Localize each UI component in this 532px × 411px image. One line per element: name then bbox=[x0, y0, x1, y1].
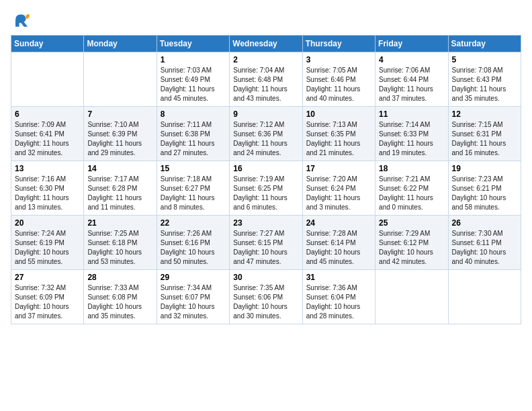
day-of-week-header: Thursday bbox=[302, 36, 375, 52]
day-number: 23 bbox=[233, 218, 298, 228]
day-info: Sunrise: 7:19 AM Sunset: 6:25 PM Dayligh… bbox=[233, 175, 298, 212]
calendar-cell: 31Sunrise: 7:36 AM Sunset: 6:04 PM Dayli… bbox=[302, 270, 375, 324]
day-number: 30 bbox=[233, 273, 298, 282]
calendar-cell: 9Sunrise: 7:12 AM Sunset: 6:36 PM Daylig… bbox=[230, 107, 302, 161]
day-number: 21 bbox=[87, 218, 152, 228]
calendar-cell: 24Sunrise: 7:28 AM Sunset: 6:14 PM Dayli… bbox=[302, 216, 375, 270]
day-number: 24 bbox=[306, 218, 371, 228]
day-info: Sunrise: 7:05 AM Sunset: 6:46 PM Dayligh… bbox=[306, 66, 371, 103]
day-info: Sunrise: 7:35 AM Sunset: 6:06 PM Dayligh… bbox=[233, 283, 298, 321]
day-number: 4 bbox=[379, 55, 444, 64]
day-info: Sunrise: 7:21 AM Sunset: 6:22 PM Dayligh… bbox=[379, 175, 444, 212]
day-number: 12 bbox=[452, 109, 517, 119]
day-number: 13 bbox=[15, 164, 80, 173]
calendar-cell: 6Sunrise: 7:09 AM Sunset: 6:41 PM Daylig… bbox=[11, 107, 84, 161]
day-number: 31 bbox=[306, 273, 371, 282]
day-info: Sunrise: 7:03 AM Sunset: 6:49 PM Dayligh… bbox=[161, 66, 226, 103]
day-info: Sunrise: 7:27 AM Sunset: 6:15 PM Dayligh… bbox=[233, 229, 298, 267]
calendar-cell bbox=[11, 52, 84, 107]
calendar-cell: 12Sunrise: 7:15 AM Sunset: 6:31 PM Dayli… bbox=[448, 107, 521, 161]
day-of-week-header: Saturday bbox=[448, 36, 521, 52]
day-number: 14 bbox=[87, 164, 152, 173]
day-info: Sunrise: 7:15 AM Sunset: 6:31 PM Dayligh… bbox=[452, 120, 517, 158]
day-info: Sunrise: 7:13 AM Sunset: 6:35 PM Dayligh… bbox=[306, 120, 371, 158]
calendar-cell: 1Sunrise: 7:03 AM Sunset: 6:49 PM Daylig… bbox=[157, 52, 229, 107]
day-number: 8 bbox=[161, 109, 226, 119]
day-number: 1 bbox=[161, 55, 226, 64]
day-info: Sunrise: 7:24 AM Sunset: 6:19 PM Dayligh… bbox=[15, 229, 80, 267]
day-number: 27 bbox=[15, 273, 80, 282]
calendar-cell bbox=[84, 52, 157, 107]
day-number: 25 bbox=[379, 218, 444, 228]
day-info: Sunrise: 7:12 AM Sunset: 6:36 PM Dayligh… bbox=[233, 120, 298, 158]
calendar-cell bbox=[375, 270, 448, 324]
day-info: Sunrise: 7:18 AM Sunset: 6:27 PM Dayligh… bbox=[161, 175, 226, 212]
day-info: Sunrise: 7:14 AM Sunset: 6:33 PM Dayligh… bbox=[379, 120, 444, 158]
calendar-week-row: 13Sunrise: 7:16 AM Sunset: 6:30 PM Dayli… bbox=[11, 161, 521, 216]
day-info: Sunrise: 7:33 AM Sunset: 6:08 PM Dayligh… bbox=[87, 283, 152, 321]
day-number: 20 bbox=[15, 218, 80, 228]
day-number: 11 bbox=[379, 109, 444, 119]
calendar-cell: 11Sunrise: 7:14 AM Sunset: 6:33 PM Dayli… bbox=[375, 107, 448, 161]
calendar-cell: 4Sunrise: 7:06 AM Sunset: 6:44 PM Daylig… bbox=[375, 52, 448, 107]
day-info: Sunrise: 7:26 AM Sunset: 6:16 PM Dayligh… bbox=[161, 229, 226, 267]
calendar-cell: 28Sunrise: 7:33 AM Sunset: 6:08 PM Dayli… bbox=[84, 270, 157, 324]
logo-icon bbox=[11, 11, 30, 30]
day-of-week-header: Monday bbox=[84, 36, 157, 52]
day-number: 16 bbox=[233, 164, 298, 173]
calendar-cell: 8Sunrise: 7:11 AM Sunset: 6:38 PM Daylig… bbox=[157, 107, 229, 161]
calendar-cell: 30Sunrise: 7:35 AM Sunset: 6:06 PM Dayli… bbox=[230, 270, 302, 324]
calendar-cell: 18Sunrise: 7:21 AM Sunset: 6:22 PM Dayli… bbox=[375, 161, 448, 216]
calendar-table: SundayMondayTuesdayWednesdayThursdayFrid… bbox=[11, 35, 521, 324]
day-of-week-header: Tuesday bbox=[157, 36, 229, 52]
day-number: 28 bbox=[87, 273, 152, 282]
calendar-cell bbox=[448, 270, 521, 324]
day-number: 2 bbox=[233, 55, 298, 64]
calendar-cell: 10Sunrise: 7:13 AM Sunset: 6:35 PM Dayli… bbox=[302, 107, 375, 161]
day-of-week-header: Sunday bbox=[11, 36, 84, 52]
calendar-cell: 20Sunrise: 7:24 AM Sunset: 6:19 PM Dayli… bbox=[11, 216, 84, 270]
day-number: 26 bbox=[452, 218, 517, 228]
day-info: Sunrise: 7:06 AM Sunset: 6:44 PM Dayligh… bbox=[379, 66, 444, 103]
calendar-week-row: 27Sunrise: 7:32 AM Sunset: 6:09 PM Dayli… bbox=[11, 270, 521, 324]
day-number: 22 bbox=[161, 218, 226, 228]
day-info: Sunrise: 7:29 AM Sunset: 6:12 PM Dayligh… bbox=[379, 229, 444, 267]
day-number: 17 bbox=[306, 164, 371, 173]
day-info: Sunrise: 7:25 AM Sunset: 6:18 PM Dayligh… bbox=[87, 229, 152, 267]
day-number: 6 bbox=[15, 109, 80, 119]
day-info: Sunrise: 7:20 AM Sunset: 6:24 PM Dayligh… bbox=[306, 175, 371, 212]
calendar-week-row: 6Sunrise: 7:09 AM Sunset: 6:41 PM Daylig… bbox=[11, 107, 521, 161]
calendar-cell: 26Sunrise: 7:30 AM Sunset: 6:11 PM Dayli… bbox=[448, 216, 521, 270]
calendar-cell: 25Sunrise: 7:29 AM Sunset: 6:12 PM Dayli… bbox=[375, 216, 448, 270]
calendar-cell: 15Sunrise: 7:18 AM Sunset: 6:27 PM Dayli… bbox=[157, 161, 229, 216]
day-number: 5 bbox=[452, 55, 517, 64]
calendar-cell: 2Sunrise: 7:04 AM Sunset: 6:48 PM Daylig… bbox=[230, 52, 302, 107]
calendar-week-row: 20Sunrise: 7:24 AM Sunset: 6:19 PM Dayli… bbox=[11, 216, 521, 270]
day-number: 10 bbox=[306, 109, 371, 119]
calendar-cell: 22Sunrise: 7:26 AM Sunset: 6:16 PM Dayli… bbox=[157, 216, 229, 270]
day-of-week-header: Friday bbox=[375, 36, 448, 52]
day-info: Sunrise: 7:36 AM Sunset: 6:04 PM Dayligh… bbox=[306, 283, 371, 321]
logo bbox=[11, 11, 32, 30]
calendar-cell: 13Sunrise: 7:16 AM Sunset: 6:30 PM Dayli… bbox=[11, 161, 84, 216]
day-info: Sunrise: 7:23 AM Sunset: 6:21 PM Dayligh… bbox=[452, 175, 517, 212]
day-number: 3 bbox=[306, 55, 371, 64]
day-of-week-header: Wednesday bbox=[230, 36, 302, 52]
calendar-cell: 23Sunrise: 7:27 AM Sunset: 6:15 PM Dayli… bbox=[230, 216, 302, 270]
calendar-cell: 7Sunrise: 7:10 AM Sunset: 6:39 PM Daylig… bbox=[84, 107, 157, 161]
calendar-week-row: 1Sunrise: 7:03 AM Sunset: 6:49 PM Daylig… bbox=[11, 52, 521, 107]
day-info: Sunrise: 7:16 AM Sunset: 6:30 PM Dayligh… bbox=[15, 175, 80, 212]
calendar-cell: 14Sunrise: 7:17 AM Sunset: 6:28 PM Dayli… bbox=[84, 161, 157, 216]
calendar-cell: 16Sunrise: 7:19 AM Sunset: 6:25 PM Dayli… bbox=[230, 161, 302, 216]
day-number: 18 bbox=[379, 164, 444, 173]
day-info: Sunrise: 7:17 AM Sunset: 6:28 PM Dayligh… bbox=[87, 175, 152, 212]
day-number: 29 bbox=[161, 273, 226, 282]
calendar-cell: 27Sunrise: 7:32 AM Sunset: 6:09 PM Dayli… bbox=[11, 270, 84, 324]
day-number: 15 bbox=[161, 164, 226, 173]
day-info: Sunrise: 7:09 AM Sunset: 6:41 PM Dayligh… bbox=[15, 120, 80, 158]
calendar-cell: 3Sunrise: 7:05 AM Sunset: 6:46 PM Daylig… bbox=[302, 52, 375, 107]
day-info: Sunrise: 7:28 AM Sunset: 6:14 PM Dayligh… bbox=[306, 229, 371, 267]
day-info: Sunrise: 7:30 AM Sunset: 6:11 PM Dayligh… bbox=[452, 229, 517, 267]
calendar-cell: 29Sunrise: 7:34 AM Sunset: 6:07 PM Dayli… bbox=[157, 270, 229, 324]
day-info: Sunrise: 7:10 AM Sunset: 6:39 PM Dayligh… bbox=[87, 120, 152, 158]
